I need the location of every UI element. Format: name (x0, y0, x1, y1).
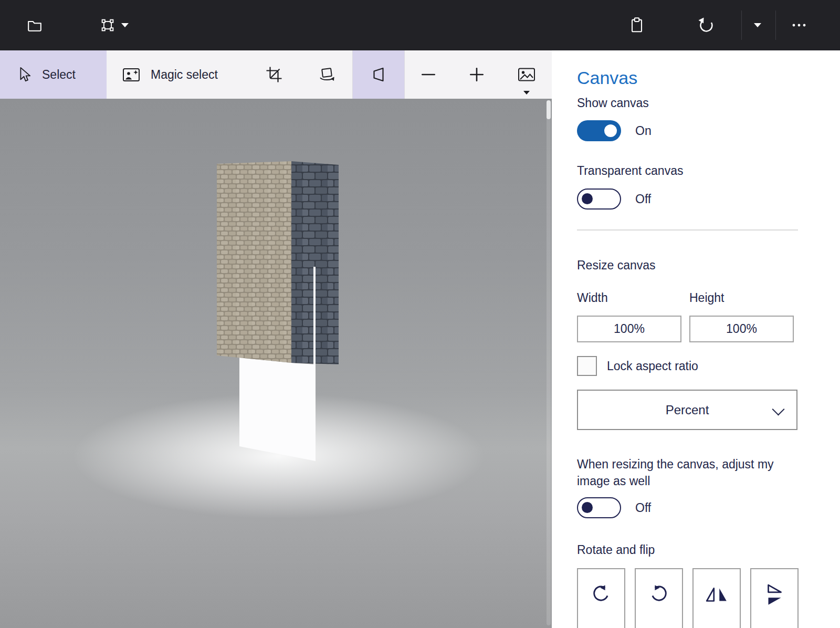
cursor-icon (16, 66, 32, 83)
show-canvas-state: On (635, 124, 652, 138)
select-tool-label: Select (42, 68, 76, 82)
canvas-plane[interactable] (239, 358, 316, 461)
titlebar-separator (741, 11, 742, 40)
resize-unit-dropdown[interactable]: Percent (577, 390, 797, 430)
zoom-out-button[interactable] (405, 50, 452, 99)
width-label: Width (577, 291, 608, 305)
rotate-left-icon (589, 583, 613, 607)
minus-icon (421, 67, 436, 82)
paste-button[interactable] (623, 0, 651, 50)
adjust-image-text: When resizing the canvas, adjust my imag… (577, 456, 783, 489)
show-canvas-toggle[interactable] (577, 120, 621, 141)
rotate-flip-heading: Rotate and flip (577, 543, 655, 557)
canvas-panel: Canvas Show canvas On Transparent canvas… (552, 50, 840, 628)
toggle-knob (582, 193, 593, 204)
crop-icon (266, 66, 282, 83)
magic-select-label: Magic select (151, 68, 218, 82)
chevron-down-icon (772, 403, 784, 415)
image-icon (518, 67, 536, 82)
height-input[interactable] (689, 316, 794, 342)
chevron-down-icon (121, 23, 129, 27)
titlebar-separator (775, 11, 776, 40)
transparent-canvas-toggle[interactable] (577, 189, 621, 210)
rotate-right-icon (647, 583, 671, 607)
toolbar: Select Magic select (0, 50, 552, 99)
width-input[interactable] (577, 316, 681, 342)
transparent-canvas-state: Off (635, 192, 651, 206)
crop-board-icon (99, 16, 117, 34)
chevron-down-icon (523, 91, 530, 95)
flip-horizontal-button[interactable] (692, 568, 741, 628)
plus-icon (469, 67, 485, 82)
toggle-knob (582, 502, 593, 513)
rotate-view-tool-button[interactable] (302, 50, 352, 99)
magic-select-icon (122, 67, 140, 82)
lock-aspect-checkbox[interactable] (577, 356, 597, 376)
more-options-button[interactable] (786, 0, 812, 50)
flip-vertical-icon (762, 583, 786, 607)
canvas-image-tool-button[interactable] (501, 50, 552, 99)
rotate-left-button[interactable] (577, 568, 625, 628)
chevron-down-icon (754, 23, 761, 27)
rotate-right-button[interactable] (635, 568, 683, 628)
zoom-in-button[interactable] (452, 50, 501, 99)
adjust-image-state: Off (635, 501, 651, 515)
height-label: Height (689, 291, 724, 305)
flip-vertical-button[interactable] (750, 568, 799, 628)
clipboard-icon (628, 16, 646, 34)
undo-icon (697, 16, 716, 35)
canvas-plane-edge (313, 267, 316, 364)
canvas-viewport[interactable] (0, 99, 552, 628)
perspective-icon (370, 66, 387, 83)
lock-aspect-label: Lock aspect ratio (607, 356, 698, 376)
folder-icon (26, 16, 44, 34)
3d-scene[interactable] (0, 99, 552, 628)
history-dropdown-button[interactable] (746, 0, 770, 50)
magic-select-tool-button[interactable]: Magic select (107, 50, 247, 99)
artboard-tool-button[interactable] (90, 0, 136, 50)
show-canvas-label: Show canvas (577, 96, 649, 110)
ellipsis-icon (791, 23, 807, 28)
wall-left-face[interactable] (217, 161, 291, 363)
crop-tool-button[interactable] (247, 50, 301, 99)
3d-rotate-icon (318, 66, 336, 83)
resize-canvas-heading: Resize canvas (577, 258, 656, 273)
perspective-tool-button[interactable] (353, 50, 404, 99)
toggle-knob (604, 124, 617, 137)
titlebar (0, 0, 840, 50)
panel-divider (577, 229, 798, 231)
file-menu-button[interactable] (20, 0, 49, 50)
canvas-scrollbar-thumb[interactable] (547, 100, 551, 119)
transparent-canvas-label: Transparent canvas (577, 164, 683, 178)
panel-title: Canvas (577, 68, 637, 88)
undo-button[interactable] (692, 0, 720, 50)
flip-horizontal-icon (705, 583, 729, 607)
select-tool-button[interactable]: Select (0, 50, 107, 99)
canvas-scrollbar-track[interactable] (547, 100, 551, 625)
adjust-image-toggle[interactable] (577, 497, 621, 518)
resize-unit-value: Percent (666, 403, 709, 417)
